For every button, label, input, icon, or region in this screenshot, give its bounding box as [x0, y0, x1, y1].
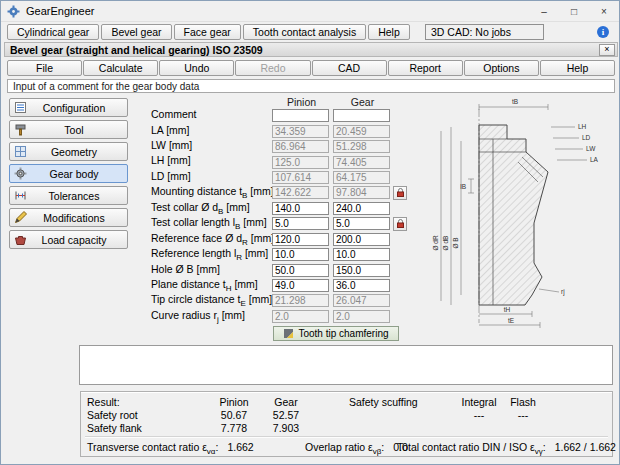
svg-text:LW: LW [586, 145, 596, 152]
test-collar-length-pinion-field[interactable] [272, 217, 329, 230]
svg-text:Ø dB: Ø dB [442, 236, 449, 251]
result-title: Result: [87, 396, 120, 408]
close-button[interactable]: × [589, 1, 619, 21]
svg-text:tE: tE [508, 317, 515, 324]
mounting-distance-sizing-button[interactable] [393, 186, 407, 200]
result-panel: Result: Pinion Gear Safety scuffing Inte… [80, 391, 613, 457]
menu-bar: File Calculate Undo Redo CAD Report Opti… [7, 60, 615, 76]
tab-bevel-gear[interactable]: Bevel gear [101, 24, 171, 40]
test-collar-diameter-pinion-field[interactable] [272, 202, 329, 215]
chamfer-button-label: Tooth tip chamfering [298, 328, 388, 339]
options-button[interactable]: Options [464, 60, 539, 76]
result-divider [85, 436, 608, 438]
sidebar-item-configuration[interactable]: Configuration [9, 98, 128, 117]
sidebar-item-label: Configuration [31, 102, 117, 114]
reference-length-gear-field[interactable] [333, 248, 390, 261]
la-pinion-field [272, 125, 329, 138]
reference-face-diameter-pinion-field[interactable] [272, 233, 329, 246]
calculation-close-button[interactable]: × [599, 44, 615, 56]
lock-icon [395, 187, 406, 198]
reference-length-label: Reference length lR [mm] [151, 247, 272, 262]
plane-distance-gear-field[interactable] [333, 279, 390, 292]
calculate-button[interactable]: Calculate [83, 60, 158, 76]
gear-body-form: Comment LA [mm] LW [mm] LH [mm] LD [mm] [151, 108, 407, 324]
svg-text:Ø dR: Ø dR [432, 235, 439, 250]
comment-gear-field[interactable] [333, 109, 390, 122]
app-window: GearEngineer – □ × Cylindrical gear Beve… [0, 0, 620, 465]
svg-text:LH: LH [578, 123, 587, 130]
tab-face-gear[interactable]: Face gear [174, 24, 241, 40]
form-row: Plane distance tH [mm] [151, 278, 407, 293]
sidebar-item-tool[interactable]: Tool [9, 120, 128, 139]
info-button[interactable]: i [593, 24, 613, 40]
form-row: Reference length lR [mm] [151, 247, 407, 262]
safety-root-gear: 52.57 [261, 409, 311, 421]
ld-label: LD [mm] [151, 170, 272, 185]
tab-help[interactable]: Help [368, 24, 410, 40]
form-row: Mounting distance tB [mm] [151, 185, 407, 200]
plane-distance-pinion-field[interactable] [272, 279, 329, 292]
svg-text:Ø B: Ø B [452, 237, 459, 248]
la-gear-field [333, 125, 390, 138]
form-row: LD [mm] [151, 170, 407, 185]
test-collar-length-sizing-button[interactable] [393, 217, 407, 231]
sidebar-item-load-capacity[interactable]: Load capacity [9, 230, 128, 249]
geometry-icon [14, 145, 27, 158]
test-collar-diameter-gear-field[interactable] [333, 202, 390, 215]
safety-flank-gear: 7.903 [261, 422, 311, 434]
reference-length-pinion-field[interactable] [272, 248, 329, 261]
svg-text:LD: LD [582, 134, 591, 141]
test-collar-length-gear-field[interactable] [333, 217, 390, 230]
test-collar-length-label: Test collar length lB [mm] [151, 216, 272, 231]
sidebar-item-tolerances[interactable]: Tolerances [9, 186, 128, 205]
tolerances-icon [14, 189, 27, 202]
report-button[interactable]: Report [388, 60, 463, 76]
tab-tooth-contact-analysis[interactable]: Tooth contact analysis [243, 24, 366, 40]
reference-face-diameter-gear-field[interactable] [333, 233, 390, 246]
scuffing-flash-value: --- [503, 409, 543, 421]
safety-flank-pinion: 7.778 [209, 422, 259, 434]
svg-text:LA: LA [590, 156, 599, 163]
transverse-contact-ratio: Transverse contact ratio εvα:1.662 [87, 441, 254, 456]
tooth-tip-chamfering-button[interactable]: Tooth tip chamfering [273, 326, 399, 341]
lw-gear-field [333, 140, 390, 153]
lw-label: LW [mm] [151, 139, 272, 154]
safety-root-label: Safety root [87, 409, 138, 421]
window-title: GearEngineer [26, 5, 95, 17]
maximize-button[interactable]: □ [559, 1, 589, 21]
form-row: LW [mm] [151, 139, 407, 154]
calculation-title: Bevel gear (straight and helical gearing… [10, 44, 263, 56]
hole-diameter-pinion-field[interactable] [272, 264, 329, 277]
column-header-gear: Gear [334, 96, 391, 108]
sidebar-item-label: Tool [31, 124, 117, 136]
test-collar-diameter-label: Test collar Ø dB [mm] [151, 201, 272, 216]
column-header-pinion: Pinion [273, 96, 330, 108]
sidebar-item-gear-body[interactable]: Gear body [9, 164, 128, 183]
result-col-gear: Gear [261, 396, 311, 408]
form-row: LH [mm] [151, 154, 407, 169]
form-row: Test collar Ø dB [mm] [151, 201, 407, 216]
overlap-ratio: Overlap ratio εvβ:0.0 [305, 441, 408, 456]
sidebar-item-modifications[interactable]: Modifications [9, 208, 128, 227]
reference-face-diameter-label: Reference face Ø dR [mm] [151, 232, 272, 247]
help-button[interactable]: Help [540, 60, 615, 76]
gear-body-icon [14, 167, 27, 180]
ld-pinion-field [272, 171, 329, 184]
sidebar-item-geometry[interactable]: Geometry [9, 142, 128, 161]
tab-cylindrical-gear[interactable]: Cylindrical gear [7, 24, 99, 40]
sidebar-item-label: Modifications [31, 212, 117, 224]
tip-circle-distance-gear-field [333, 294, 390, 307]
sidebar-item-label: Tolerances [31, 190, 117, 202]
hole-diameter-gear-field[interactable] [333, 264, 390, 277]
lock-icon [395, 218, 406, 229]
lw-pinion-field [272, 140, 329, 153]
comment-box[interactable] [79, 345, 613, 385]
comment-pinion-field[interactable] [272, 109, 329, 122]
gear-body-drawing: tB LH LD LW LA Ø dR Ø dB Ø B lB tH tE rj [429, 95, 613, 335]
lh-label: LH [mm] [151, 154, 272, 169]
undo-button[interactable]: Undo [159, 60, 234, 76]
file-button[interactable]: File [7, 60, 82, 76]
minimize-button[interactable]: – [529, 1, 559, 21]
svg-text:lB: lB [460, 183, 466, 190]
cad-button[interactable]: CAD [312, 60, 387, 76]
